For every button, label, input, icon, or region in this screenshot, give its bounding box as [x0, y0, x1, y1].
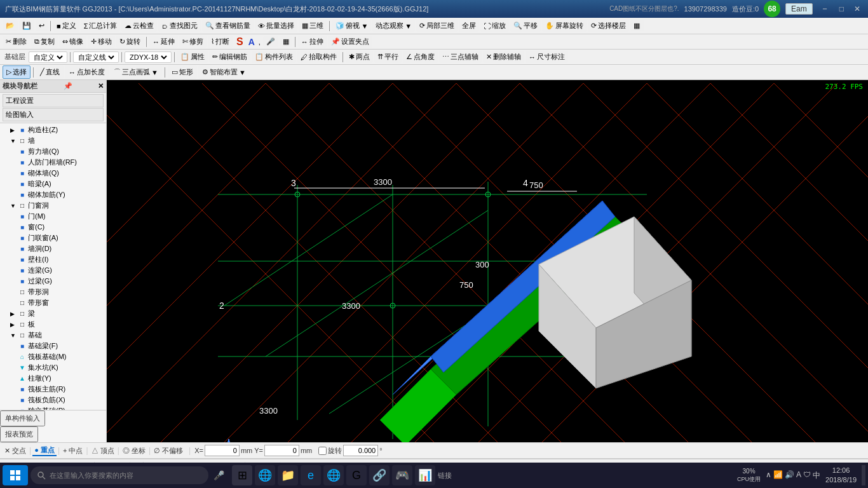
sidebar-item-renfang[interactable]: ■ 人防门框墙(RF)	[0, 157, 106, 168]
taskbar-icon-app1[interactable]: G	[346, 465, 367, 485]
save-button[interactable]: 💾	[19, 20, 34, 31]
midpoint-label[interactable]: ● 重点	[32, 445, 57, 456]
zdyx-select[interactable]: ZDYX-18	[127, 53, 169, 62]
intersection-label[interactable]: ✕ 交点	[3, 446, 28, 456]
layer-dropdown[interactable]: 自定义	[29, 51, 67, 63]
start-button[interactable]	[3, 465, 28, 485]
sidebar-item-zhuti2[interactable]: ■ 砌体加筋(Y)	[0, 189, 106, 200]
canvas-area[interactable]: 3300 750 300 750 3300 3300 1200 3 4 2 E …	[107, 80, 868, 442]
findelem-button[interactable]: 🔍 查看钢筋量	[202, 20, 254, 32]
win-close-button[interactable]: ✕	[851, 4, 863, 13]
angle-button[interactable]: ∠ 点角度	[403, 51, 438, 63]
pick-button[interactable]: 🖊 抬取构件	[297, 51, 340, 63]
pointlen-button[interactable]: ↔ 点加长度	[65, 65, 109, 79]
tray-wifi[interactable]: 📶	[773, 470, 783, 481]
sidebar-close[interactable]: ✕	[98, 82, 104, 90]
vertex-label[interactable]: △ 顶点	[90, 446, 116, 456]
mirror-button[interactable]: ⇔ 镜像	[59, 36, 86, 48]
select-mode-button[interactable]: ▷ 选择	[3, 65, 31, 79]
expand-icon[interactable]: ▶	[10, 127, 18, 133]
rect-button[interactable]: ▭ 矩形	[168, 65, 197, 79]
smart-button[interactable]: ⚙ 智能布置 ▼	[198, 65, 250, 79]
sidebar-item-bianliang[interactable]: ■ 连梁(G)	[0, 265, 106, 276]
del-aux-button[interactable]: ✕ 删除辅轴	[483, 51, 524, 63]
open-button[interactable]: 📂	[3, 20, 18, 31]
sidebar-item-bizhu[interactable]: ■ 壁柱(I)	[0, 254, 106, 265]
define-button[interactable]: ■ 定义	[53, 20, 79, 32]
clock[interactable]: 12:06 2018/8/19	[825, 466, 857, 485]
threepoint-button[interactable]: ⋯ 三点辅轴	[439, 51, 482, 63]
edit-steel-button[interactable]: ✏ 编辑钢筋	[209, 51, 250, 63]
expand-icon[interactable]: ▶	[10, 311, 18, 317]
arc-button[interactable]: ⌒ 三点画弧 ▼	[110, 65, 162, 79]
zoom-button[interactable]: 🔍 平移	[510, 20, 541, 32]
taskbar-icon-edge[interactable]: 🌐	[255, 465, 275, 485]
y-input[interactable]	[264, 445, 299, 456]
layer-select[interactable]: 自定义	[31, 53, 65, 62]
taskbar-icon-ie[interactable]: e	[301, 465, 321, 485]
dynamic-obs-button[interactable]: ⟳ 局部三维	[416, 20, 458, 32]
sidebar-item-zhuti[interactable]: ■ 砌体墙(Q)	[0, 168, 106, 179]
project-settings-button[interactable]: 工程设置	[3, 94, 104, 107]
batch-button[interactable]: ▦ 三维	[299, 20, 327, 32]
sidebar-item-kuangzhu[interactable]: ■ 筏板主筋(R)	[0, 384, 106, 395]
coord-label[interactable]: ◎ 坐标	[121, 446, 147, 456]
taskbar-search[interactable]: 在这里输入你要搜索的内容	[31, 466, 208, 484]
3d-button[interactable]: 🧊 俯视 ▼	[332, 20, 371, 32]
rotate-checkbox[interactable]	[318, 447, 327, 455]
local-3d-button[interactable]: 全屏	[459, 20, 479, 32]
sidebar-item-duli[interactable]: ■ 独立基础(P)	[0, 405, 106, 410]
sidebar-item-chuang[interactable]: ■ 窗(C)	[0, 222, 106, 233]
sidebar-item-men[interactable]: ■ 门(M)	[0, 211, 106, 222]
tray-sound[interactable]: 🔊	[785, 470, 794, 481]
show-desktop[interactable]	[862, 465, 865, 485]
sidebar-item-qiangdong[interactable]: ■ 墙洞(D)	[0, 243, 106, 254]
report-button[interactable]: 报表预览	[0, 426, 38, 442]
sidebar-item-ban[interactable]: ▶ □ 板	[0, 319, 106, 330]
setclip-button[interactable]: 📌 设置夹点	[328, 36, 372, 48]
defline-dropdown[interactable]: 自定义线	[73, 51, 119, 63]
taskbar-icon-app3[interactable]: 🎮	[392, 465, 412, 485]
zdyx-dropdown[interactable]: ZDYX-18	[125, 51, 172, 63]
taskbar-icon-ie2[interactable]: 🌐	[323, 465, 344, 485]
properties-button[interactable]: 📋 属性	[177, 51, 208, 63]
sidebar-item-daixing[interactable]: □ 带形洞	[0, 287, 106, 297]
mic-button[interactable]: 🎤	[263, 36, 278, 47]
rotate-input[interactable]	[343, 445, 378, 456]
sidebar-item-gouzhu[interactable]: ▶ ■ 构造柱(Z)	[0, 125, 106, 135]
sidebar-item-liang[interactable]: ▶ □ 梁	[0, 308, 106, 319]
comp-list-button[interactable]: 📋 构件列表	[252, 51, 296, 63]
sidebar-item-guoliang[interactable]: ■ 过梁(G)	[0, 276, 106, 287]
taskbar-icon-app4[interactable]: 📊	[415, 465, 435, 485]
sidebar-item-qiang[interactable]: ▼ □ 墙	[0, 135, 106, 146]
taskbar-icon-windows[interactable]: ⊞	[232, 465, 252, 485]
line-button[interactable]: ╱ 直线	[36, 65, 64, 79]
win-max-button[interactable]: □	[837, 4, 846, 13]
tray-antivirus[interactable]: 🛡	[803, 470, 811, 481]
sidebar-item-zhudun[interactable]: ▲ 柱墩(Y)	[0, 373, 106, 384]
sidebar-item-anliang[interactable]: ■ 暗梁(A)	[0, 179, 106, 189]
rotate-button[interactable]: ↻ 旋转	[116, 36, 144, 48]
tray-keyboard[interactable]: A	[796, 470, 801, 481]
sidebar-pin[interactable]: 📌	[64, 82, 72, 90]
pan-button[interactable]: ✋ 屏幕旋转	[542, 20, 587, 32]
sidebar-item-menchuang2[interactable]: ■ 门联窗(A)	[0, 233, 106, 243]
level-button[interactable]: ⫐ 查找图元	[158, 20, 201, 32]
parallel-button[interactable]: ⇈ 平行	[374, 51, 402, 63]
delete-button[interactable]: ✂ 删除	[3, 36, 30, 48]
move-button[interactable]: ✛ 移动	[88, 36, 115, 48]
break-button[interactable]: ⌇ 打断	[208, 36, 233, 48]
stretch-button[interactable]: ↔ 拉伸	[298, 36, 327, 48]
taskbar-icon-folder[interactable]: 📁	[278, 465, 298, 485]
screen-rotate-button[interactable]: ⟳ 选择楼层	[588, 20, 629, 32]
sidebar-item-jishui[interactable]: ▼ 集水坑(K)	[0, 362, 106, 373]
sidebar-item-jichu[interactable]: ▼ □ 基础	[0, 330, 106, 341]
sum-button[interactable]: Σ 汇总计算	[81, 20, 121, 32]
expand-icon[interactable]: ▶	[10, 322, 18, 328]
team-button[interactable]: Eam	[785, 3, 813, 15]
tray-arrow[interactable]: ∧	[766, 470, 771, 481]
sidebar-item-daichuang[interactable]: □ 带形窗	[0, 297, 106, 308]
extend-button[interactable]: ↔ 延伸	[149, 36, 178, 48]
cloud-button[interactable]: ☁ 云检查	[121, 20, 157, 32]
expand-icon[interactable]: ▼	[10, 203, 18, 209]
